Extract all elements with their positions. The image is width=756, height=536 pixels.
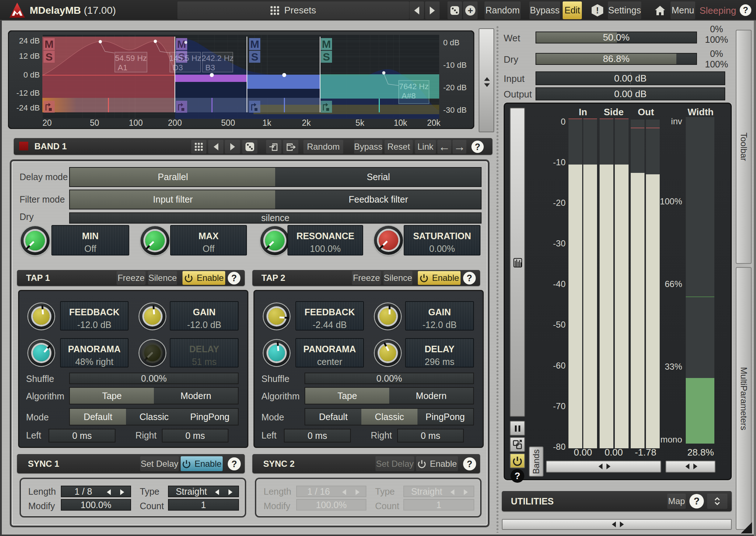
svg-text:-24 dB: -24 dB xyxy=(16,103,40,112)
svg-text:2k: 2k xyxy=(302,118,311,128)
svg-text:242.2 Hz: 242.2 Hz xyxy=(202,54,234,63)
svg-text:50: 50 xyxy=(90,118,99,128)
svg-text:S: S xyxy=(45,51,52,63)
svg-text:0 dB: 0 dB xyxy=(24,70,40,79)
svg-text:A1: A1 xyxy=(118,63,127,72)
svg-text:24 dB: 24 dB xyxy=(19,36,40,45)
svg-text:500: 500 xyxy=(221,118,235,128)
svg-text:D3: D3 xyxy=(173,63,183,72)
svg-text:20: 20 xyxy=(42,118,52,128)
svg-text:A#8: A#8 xyxy=(402,91,416,100)
svg-text:10k: 10k xyxy=(394,118,407,128)
svg-text:5k: 5k xyxy=(356,118,365,128)
svg-text:M: M xyxy=(250,38,259,50)
svg-text:S: S xyxy=(251,51,258,63)
svg-text:-10 dB: -10 dB xyxy=(443,61,467,70)
svg-text:S: S xyxy=(323,51,330,63)
svg-text:-12 dB: -12 dB xyxy=(16,88,40,97)
svg-text:100: 100 xyxy=(129,118,143,128)
svg-text:12 dB: 12 dB xyxy=(19,51,40,61)
svg-text:145.5 Hz: 145.5 Hz xyxy=(169,54,201,63)
svg-text:B3: B3 xyxy=(205,63,215,72)
svg-text:7642 Hz: 7642 Hz xyxy=(399,82,429,91)
svg-text:-20 dB: -20 dB xyxy=(443,83,467,92)
svg-text:M: M xyxy=(45,38,54,50)
svg-text:M: M xyxy=(322,38,331,50)
svg-text:20k: 20k xyxy=(427,118,441,128)
svg-text:-30 dB: -30 dB xyxy=(443,105,467,115)
svg-text:M: M xyxy=(177,38,186,50)
svg-text:1k: 1k xyxy=(262,118,272,128)
svg-text:0 dB: 0 dB xyxy=(443,38,459,47)
svg-text:200: 200 xyxy=(168,118,182,128)
svg-text:54.59 Hz: 54.59 Hz xyxy=(115,54,147,63)
